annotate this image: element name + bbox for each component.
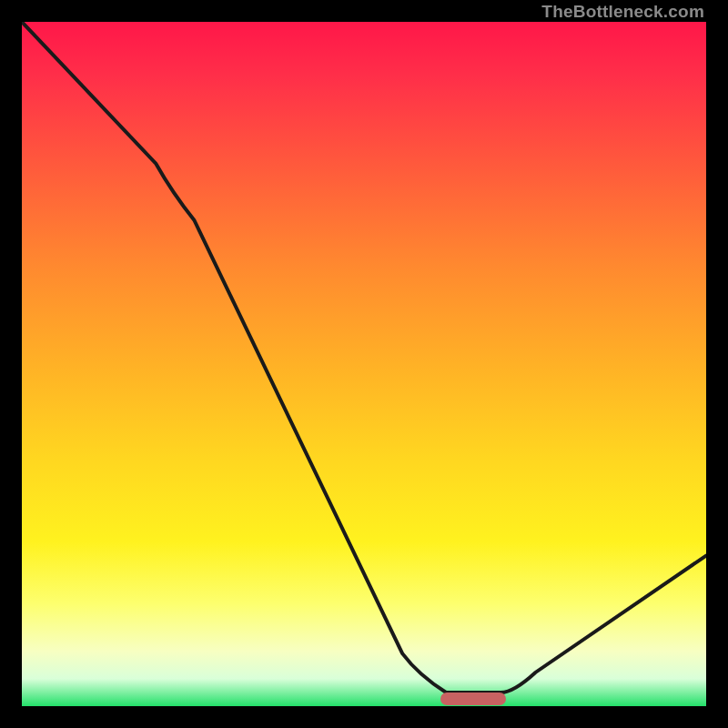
optimal-marker — [440, 693, 506, 705]
watermark-text: TheBottleneck.com — [541, 2, 704, 22]
chart-container: TheBottleneck.com — [0, 0, 728, 728]
bottleneck-curve — [22, 22, 706, 706]
plot-area — [22, 22, 706, 706]
